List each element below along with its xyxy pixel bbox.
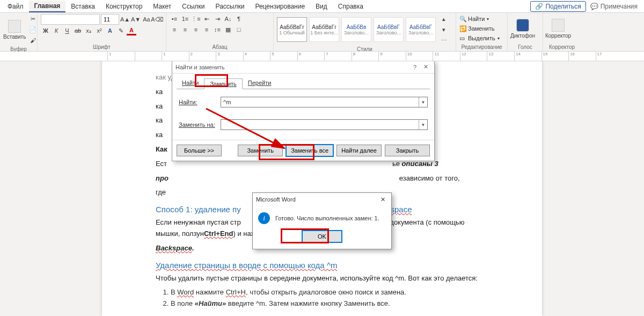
replace-button[interactable]: 🔁Заменить: [459, 24, 494, 33]
dictate-label: Диктофон: [510, 33, 535, 39]
chevron-down-icon[interactable]: ▼: [419, 97, 427, 107]
info-titlebar[interactable]: Microsoft Word ✕: [253, 193, 391, 206]
find-button[interactable]: 🔍Найти▾: [459, 15, 489, 23]
style-item-2[interactable]: АаБбВвЗаголово...: [341, 17, 371, 42]
find-input[interactable]: ^m▼: [221, 97, 428, 107]
bold-button[interactable]: Ж: [41, 26, 50, 35]
dialog-title: Найти и заменить: [175, 64, 409, 70]
superscript-button[interactable]: x²: [94, 26, 104, 35]
multilevel-icon[interactable]: ⋮≡: [191, 14, 201, 24]
find-next-button[interactable]: Найти далее: [336, 145, 382, 156]
close-icon[interactable]: ✕: [420, 63, 431, 70]
shading-icon[interactable]: ▦: [223, 25, 233, 34]
dictate-button[interactable]: Диктофон: [511, 14, 535, 43]
tab-design[interactable]: Конструктор: [100, 1, 148, 12]
bullets-icon[interactable]: •≡: [170, 14, 179, 24]
horizontal-ruler[interactable]: 11234567891011121314151617: [0, 52, 644, 61]
style-item-3[interactable]: АаБбВвГЗаголово...: [374, 17, 404, 42]
align-left-icon[interactable]: ≡: [170, 25, 179, 34]
show-marks-icon[interactable]: ¶: [234, 14, 244, 24]
info-title: Microsoft Word: [256, 196, 377, 203]
comments-button[interactable]: 💬Примечания: [586, 2, 642, 11]
replace-label: Заменить: [468, 25, 494, 32]
text-effects-icon[interactable]: A: [105, 26, 115, 35]
font-name-input[interactable]: [41, 14, 100, 25]
styles-down-icon[interactable]: ▾: [439, 25, 449, 34]
subscript-button[interactable]: x₂: [84, 26, 93, 35]
tab-review[interactable]: Рецензирование: [250, 1, 310, 12]
doc-h3: Удаление страницы в ворде с помощью кода…: [156, 261, 488, 270]
replace-input[interactable]: ▼: [221, 119, 428, 130]
corrector-label: Корректор: [545, 33, 571, 39]
clear-format-icon[interactable]: A⌫: [152, 15, 162, 24]
search-icon: 🔍: [459, 16, 466, 22]
align-right-icon[interactable]: ≡: [191, 25, 201, 34]
tab-mailings[interactable]: Рассылки: [210, 1, 250, 12]
line-spacing-icon[interactable]: ↕≡: [213, 25, 222, 34]
replace-all-button[interactable]: Заменить все: [286, 145, 333, 156]
close-icon[interactable]: ✕: [377, 196, 388, 203]
cut-icon[interactable]: ✂: [28, 14, 38, 24]
highlight-icon[interactable]: ✎: [116, 26, 126, 35]
shrink-font-icon[interactable]: A▼: [131, 15, 141, 24]
underline-button[interactable]: Ч: [62, 26, 72, 35]
chevron-down-icon[interactable]: ▼: [419, 120, 427, 130]
close-button[interactable]: Закрыть: [385, 145, 430, 156]
select-button[interactable]: ▭Выделить▾: [459, 34, 500, 42]
tab-help[interactable]: Справка: [333, 1, 369, 12]
doc-ordered-list: В Word нажмите Ctrl+H, чтобы открыть диа…: [171, 287, 488, 310]
doc-line: проезависимо от того,: [156, 173, 488, 184]
font-size-input[interactable]: [101, 14, 119, 25]
style-item-0[interactable]: АаБбВвГг1 Обычный: [277, 17, 307, 42]
strike-button[interactable]: ab: [73, 26, 83, 35]
dlg-tab-goto[interactable]: Перейти: [243, 78, 277, 89]
dlg-tab-find[interactable]: Найти: [177, 78, 204, 89]
ok-button[interactable]: OK: [302, 231, 342, 242]
share-button[interactable]: 🔗Поделиться: [530, 1, 586, 12]
list-item: В Word нажмите Ctrl+H, чтобы открыть диа…: [171, 287, 488, 298]
styles-more-icon[interactable]: ⋯: [439, 35, 449, 45]
paste-button[interactable]: Вставить: [3, 15, 26, 44]
font-color-icon[interactable]: A: [127, 26, 136, 35]
help-icon[interactable]: ?: [409, 64, 420, 70]
comment-icon: 💬: [590, 3, 598, 10]
style-item-4[interactable]: АаБбВвГЗаголово...: [406, 17, 436, 42]
replace-one-button[interactable]: Заменить: [238, 145, 283, 156]
tab-layout[interactable]: Макет: [148, 1, 177, 12]
ribbon: Вставить ✂ 📄 🖌 Буфер обмена A▲ A▼ Aa A⌫ …: [0, 13, 644, 52]
page[interactable]: как удалить пустую страницу в документе …: [102, 61, 542, 316]
styles-up-icon[interactable]: ▴: [439, 14, 449, 24]
select-label: Выделить: [468, 35, 495, 41]
numbering-icon[interactable]: 1≡: [180, 14, 190, 24]
change-case-icon[interactable]: Aa: [142, 15, 151, 24]
style-item-1[interactable]: АаБбВвГг1 Без инте...: [309, 17, 339, 42]
tab-file[interactable]: Файл: [2, 1, 29, 12]
group-paragraph-label: Абзац: [170, 43, 270, 50]
dec-indent-icon[interactable]: ⇤: [202, 14, 211, 24]
tab-references[interactable]: Ссылки: [177, 1, 210, 12]
group-paragraph: •≡ 1≡ ⋮≡ ⇤ ⇥ A↓ ¶ ≡ ≡ ≡ ≡ ↕≡ ▦ □ Абзац: [166, 13, 274, 51]
dlg-tab-replace[interactable]: Заменить: [204, 78, 242, 89]
tab-home[interactable]: Главная: [29, 1, 66, 12]
align-center-icon[interactable]: ≡: [180, 25, 190, 34]
corrector-button[interactable]: Корректор: [546, 14, 570, 43]
inc-indent-icon[interactable]: ⇥: [213, 14, 222, 24]
group-voice-label: Голос: [511, 43, 539, 50]
italic-button[interactable]: К: [52, 26, 61, 35]
grow-font-icon[interactable]: A▲: [120, 15, 130, 24]
paste-label: Вставить: [3, 34, 26, 40]
justify-icon[interactable]: ≡: [202, 25, 211, 34]
info-message: Готово. Число выполненных замен: 1.: [275, 215, 379, 221]
doc-line: Чтобы удалить пустые страницы в середине…: [156, 273, 488, 284]
copy-icon[interactable]: 📄: [28, 25, 38, 34]
select-icon: ▭: [459, 35, 466, 41]
sort-icon[interactable]: A↓: [223, 14, 233, 24]
replace-icon: 🔁: [459, 25, 466, 32]
group-editing-label: Редактирование: [459, 43, 504, 50]
tab-insert[interactable]: Вставка: [65, 1, 100, 12]
dialog-titlebar[interactable]: Найти и заменить ? ✕: [172, 61, 434, 74]
more-button[interactable]: Больше >>: [177, 145, 222, 156]
borders-icon[interactable]: □: [234, 25, 244, 34]
format-painter-icon[interactable]: 🖌: [28, 35, 38, 45]
tab-view[interactable]: Вид: [310, 1, 333, 12]
